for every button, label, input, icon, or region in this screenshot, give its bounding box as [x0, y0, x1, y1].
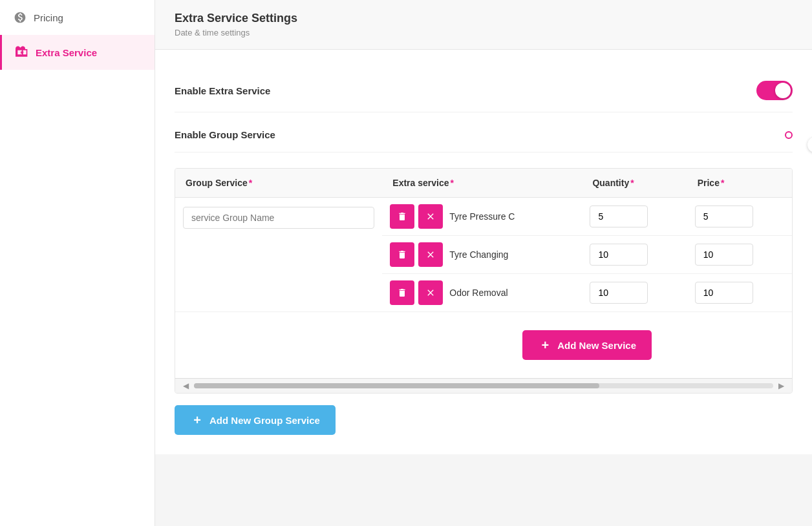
enable-extra-service-row: Enable Extra Service: [175, 69, 793, 112]
add-group-service-label: Add New Group Service: [209, 415, 320, 426]
table-header-row: Group Service* Extra service* Quantity* …: [175, 169, 792, 198]
quantity-input-2[interactable]: [590, 244, 648, 266]
add-service-cell: + Add New Service: [382, 312, 792, 379]
service-table: Group Service* Extra service* Quantity* …: [175, 169, 792, 378]
extra-service-icon: [15, 45, 29, 59]
horizontal-scrollbar[interactable]: ◀ ▶: [175, 378, 792, 393]
price-input-1[interactable]: [695, 205, 753, 227]
add-group-service-container: + Add New Group Service: [175, 405, 793, 435]
add-service-cell-empty: [175, 312, 382, 379]
enable-extra-service-label: Enable Extra Service: [175, 85, 270, 96]
sidebar-item-pricing[interactable]: Pricing: [0, 0, 155, 35]
extra-service-cell-1: Tyre Pressure C: [382, 198, 582, 236]
price-input-3[interactable]: [695, 282, 753, 304]
col-group-service: Group Service*: [175, 169, 382, 198]
table-row: Tyre Pressure C: [175, 198, 792, 236]
page-subtitle: Date & time settings: [175, 28, 793, 37]
add-service-plus-icon: +: [538, 338, 552, 352]
group-name-input[interactable]: [183, 207, 374, 229]
group-service-toggle-wrapper: [785, 131, 793, 139]
settings-header: Extra Service Settings Date & time setti…: [155, 0, 812, 50]
extra-service-cell-2: Tyre Changing: [382, 236, 582, 274]
service-table-wrapper: Group Service* Extra service* Quantity* …: [175, 168, 793, 394]
price-cell-2: [687, 236, 792, 274]
service-row-3: Odor Removal: [390, 280, 574, 305]
add-new-service-button[interactable]: + Add New Service: [522, 330, 652, 360]
scrollbar-track[interactable]: [194, 383, 773, 388]
quantity-input-1[interactable]: [590, 205, 648, 227]
price-cell-3: [687, 274, 792, 312]
col-price: Price*: [687, 169, 792, 198]
delete-button-3[interactable]: [390, 280, 414, 305]
sidebar-pricing-label: Pricing: [34, 12, 63, 23]
enable-group-service-label: Enable Group Service: [175, 129, 275, 140]
expand-button-3[interactable]: [418, 280, 443, 305]
scrollbar-thumb: [194, 383, 599, 388]
service-name-2: Tyre Changing: [449, 249, 508, 260]
extra-service-cell-3: Odor Removal: [382, 274, 582, 312]
sidebar-extra-service-label: Extra Service: [36, 47, 97, 58]
col-extra-service: Extra service*: [382, 169, 582, 198]
price-cell-1: [687, 198, 792, 236]
service-row-2: Tyre Changing: [390, 242, 574, 267]
content-area: Enable Extra Service Enable Group Servic…: [155, 50, 812, 454]
page-title: Extra Service Settings: [175, 12, 793, 25]
service-row-1: Tyre Pressure C: [390, 204, 574, 229]
enable-extra-service-toggle[interactable]: [756, 81, 793, 100]
scroll-right-arrow[interactable]: ▶: [776, 381, 787, 390]
pricing-icon: [13, 10, 27, 25]
col-quantity: Quantity*: [582, 169, 687, 198]
sidebar: Pricing Extra Service: [0, 0, 155, 526]
quantity-cell-3: [582, 274, 687, 312]
group-name-cell: [175, 198, 382, 312]
add-group-plus-icon: +: [190, 413, 204, 427]
add-service-row: + Add New Service: [175, 312, 792, 379]
service-name-1: Tyre Pressure C: [449, 211, 515, 222]
delete-button-1[interactable]: [390, 204, 414, 229]
quantity-cell-2: [582, 236, 687, 274]
expand-button-2[interactable]: [418, 242, 443, 267]
main-content: Extra Service Settings Date & time setti…: [155, 0, 812, 526]
add-new-group-service-button[interactable]: + Add New Group Service: [175, 405, 336, 435]
add-service-label: Add New Service: [557, 340, 636, 351]
service-name-3: Odor Removal: [449, 288, 508, 298]
scroll-left-arrow[interactable]: ◀: [180, 381, 191, 390]
sidebar-item-extra-service[interactable]: Extra Service: [0, 35, 155, 70]
price-input-2[interactable]: [695, 244, 753, 266]
enable-group-service-row: Enable Group Service: [175, 118, 793, 153]
expand-button-1[interactable]: [418, 204, 443, 229]
quantity-input-3[interactable]: [590, 282, 648, 304]
quantity-cell-1: [582, 198, 687, 236]
delete-button-2[interactable]: [390, 242, 414, 267]
